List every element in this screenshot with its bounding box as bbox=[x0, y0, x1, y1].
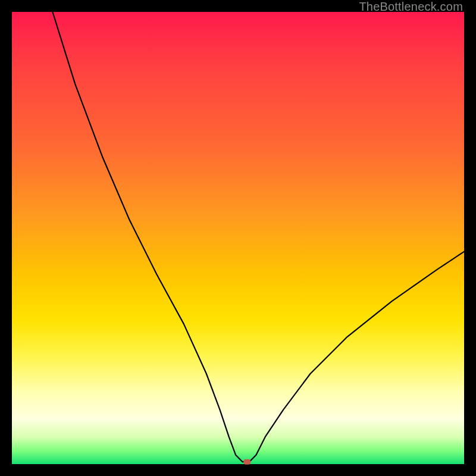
plot-area bbox=[12, 12, 464, 464]
curve-layer bbox=[12, 12, 464, 464]
watermark-text: TheBottleneck.com bbox=[359, 0, 463, 14]
chart-frame: TheBottleneck.com bbox=[0, 0, 476, 476]
optimum-marker bbox=[243, 459, 250, 465]
bottleneck-curve bbox=[52, 12, 464, 462]
